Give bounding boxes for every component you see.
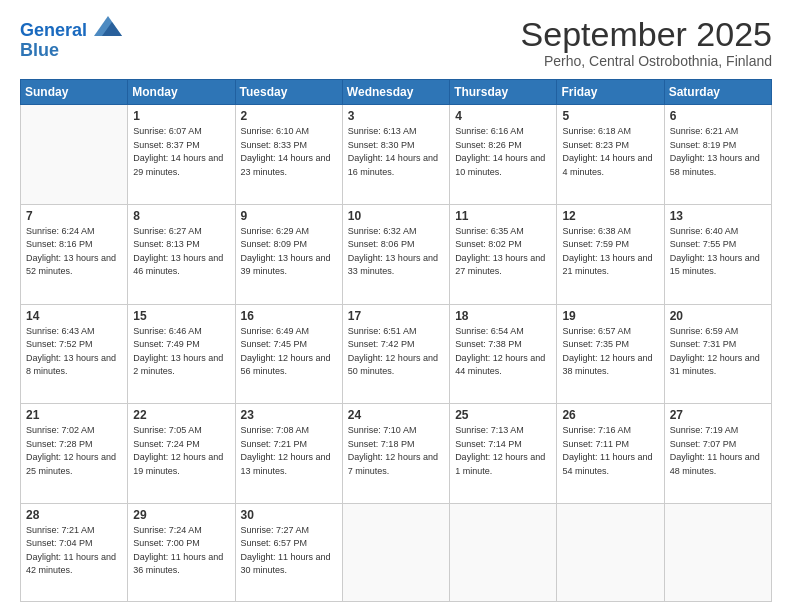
table-row: 24Sunrise: 7:10 AM Sunset: 7:18 PM Dayli… <box>342 404 449 504</box>
day-number: 14 <box>26 309 122 323</box>
table-row: 15Sunrise: 6:46 AM Sunset: 7:49 PM Dayli… <box>128 304 235 404</box>
day-number: 2 <box>241 109 337 123</box>
day-info: Sunrise: 6:59 AM Sunset: 7:31 PM Dayligh… <box>670 325 766 379</box>
col-thursday: Thursday <box>450 80 557 105</box>
day-number: 27 <box>670 408 766 422</box>
logo-text: General <box>20 20 122 41</box>
logo: General Blue <box>20 20 122 61</box>
table-row: 22Sunrise: 7:05 AM Sunset: 7:24 PM Dayli… <box>128 404 235 504</box>
page: General Blue September 2025 Perho, Centr… <box>0 0 792 612</box>
day-info: Sunrise: 6:32 AM Sunset: 8:06 PM Dayligh… <box>348 225 444 279</box>
table-row <box>450 503 557 601</box>
title-block: September 2025 Perho, Central Ostrobothn… <box>521 16 772 69</box>
day-info: Sunrise: 7:05 AM Sunset: 7:24 PM Dayligh… <box>133 424 229 478</box>
table-row: 19Sunrise: 6:57 AM Sunset: 7:35 PM Dayli… <box>557 304 664 404</box>
day-info: Sunrise: 6:13 AM Sunset: 8:30 PM Dayligh… <box>348 125 444 179</box>
col-sunday: Sunday <box>21 80 128 105</box>
table-row: 25Sunrise: 7:13 AM Sunset: 7:14 PM Dayli… <box>450 404 557 504</box>
table-row: 14Sunrise: 6:43 AM Sunset: 7:52 PM Dayli… <box>21 304 128 404</box>
logo-line1: General <box>20 20 87 40</box>
table-row: 12Sunrise: 6:38 AM Sunset: 7:59 PM Dayli… <box>557 204 664 304</box>
day-number: 28 <box>26 508 122 522</box>
table-row: 16Sunrise: 6:49 AM Sunset: 7:45 PM Dayli… <box>235 304 342 404</box>
col-friday: Friday <box>557 80 664 105</box>
day-number: 21 <box>26 408 122 422</box>
day-info: Sunrise: 7:24 AM Sunset: 7:00 PM Dayligh… <box>133 524 229 578</box>
table-row <box>342 503 449 601</box>
day-number: 25 <box>455 408 551 422</box>
day-number: 18 <box>455 309 551 323</box>
day-info: Sunrise: 6:38 AM Sunset: 7:59 PM Dayligh… <box>562 225 658 279</box>
day-number: 4 <box>455 109 551 123</box>
day-info: Sunrise: 7:27 AM Sunset: 6:57 PM Dayligh… <box>241 524 337 578</box>
logo-line2: Blue <box>20 41 122 61</box>
table-row: 30Sunrise: 7:27 AM Sunset: 6:57 PM Dayli… <box>235 503 342 601</box>
table-row: 1Sunrise: 6:07 AM Sunset: 8:37 PM Daylig… <box>128 105 235 205</box>
day-info: Sunrise: 6:16 AM Sunset: 8:26 PM Dayligh… <box>455 125 551 179</box>
day-number: 26 <box>562 408 658 422</box>
day-number: 3 <box>348 109 444 123</box>
col-saturday: Saturday <box>664 80 771 105</box>
table-row <box>21 105 128 205</box>
day-info: Sunrise: 7:10 AM Sunset: 7:18 PM Dayligh… <box>348 424 444 478</box>
day-number: 17 <box>348 309 444 323</box>
day-number: 16 <box>241 309 337 323</box>
day-number: 8 <box>133 209 229 223</box>
col-wednesday: Wednesday <box>342 80 449 105</box>
table-row: 29Sunrise: 7:24 AM Sunset: 7:00 PM Dayli… <box>128 503 235 601</box>
day-info: Sunrise: 6:24 AM Sunset: 8:16 PM Dayligh… <box>26 225 122 279</box>
day-number: 22 <box>133 408 229 422</box>
table-row <box>557 503 664 601</box>
day-info: Sunrise: 6:40 AM Sunset: 7:55 PM Dayligh… <box>670 225 766 279</box>
col-tuesday: Tuesday <box>235 80 342 105</box>
day-info: Sunrise: 7:21 AM Sunset: 7:04 PM Dayligh… <box>26 524 122 578</box>
day-info: Sunrise: 6:57 AM Sunset: 7:35 PM Dayligh… <box>562 325 658 379</box>
day-info: Sunrise: 6:35 AM Sunset: 8:02 PM Dayligh… <box>455 225 551 279</box>
table-row: 4Sunrise: 6:16 AM Sunset: 8:26 PM Daylig… <box>450 105 557 205</box>
day-info: Sunrise: 7:08 AM Sunset: 7:21 PM Dayligh… <box>241 424 337 478</box>
table-row: 20Sunrise: 6:59 AM Sunset: 7:31 PM Dayli… <box>664 304 771 404</box>
table-row: 6Sunrise: 6:21 AM Sunset: 8:19 PM Daylig… <box>664 105 771 205</box>
table-row: 2Sunrise: 6:10 AM Sunset: 8:33 PM Daylig… <box>235 105 342 205</box>
day-info: Sunrise: 6:10 AM Sunset: 8:33 PM Dayligh… <box>241 125 337 179</box>
day-number: 12 <box>562 209 658 223</box>
col-monday: Monday <box>128 80 235 105</box>
day-info: Sunrise: 6:43 AM Sunset: 7:52 PM Dayligh… <box>26 325 122 379</box>
table-row: 7Sunrise: 6:24 AM Sunset: 8:16 PM Daylig… <box>21 204 128 304</box>
logo-icon <box>94 16 122 36</box>
day-info: Sunrise: 6:18 AM Sunset: 8:23 PM Dayligh… <box>562 125 658 179</box>
day-info: Sunrise: 6:27 AM Sunset: 8:13 PM Dayligh… <box>133 225 229 279</box>
day-number: 10 <box>348 209 444 223</box>
table-row: 23Sunrise: 7:08 AM Sunset: 7:21 PM Dayli… <box>235 404 342 504</box>
table-row: 18Sunrise: 6:54 AM Sunset: 7:38 PM Dayli… <box>450 304 557 404</box>
table-row: 13Sunrise: 6:40 AM Sunset: 7:55 PM Dayli… <box>664 204 771 304</box>
table-row: 26Sunrise: 7:16 AM Sunset: 7:11 PM Dayli… <box>557 404 664 504</box>
calendar-table: Sunday Monday Tuesday Wednesday Thursday… <box>20 79 772 602</box>
day-info: Sunrise: 6:54 AM Sunset: 7:38 PM Dayligh… <box>455 325 551 379</box>
day-number: 5 <box>562 109 658 123</box>
table-row <box>664 503 771 601</box>
day-number: 7 <box>26 209 122 223</box>
day-info: Sunrise: 6:51 AM Sunset: 7:42 PM Dayligh… <box>348 325 444 379</box>
table-row: 21Sunrise: 7:02 AM Sunset: 7:28 PM Dayli… <box>21 404 128 504</box>
day-number: 23 <box>241 408 337 422</box>
table-row: 28Sunrise: 7:21 AM Sunset: 7:04 PM Dayli… <box>21 503 128 601</box>
month-title: September 2025 <box>521 16 772 53</box>
day-info: Sunrise: 7:13 AM Sunset: 7:14 PM Dayligh… <box>455 424 551 478</box>
day-info: Sunrise: 7:16 AM Sunset: 7:11 PM Dayligh… <box>562 424 658 478</box>
day-number: 24 <box>348 408 444 422</box>
day-number: 30 <box>241 508 337 522</box>
day-info: Sunrise: 6:49 AM Sunset: 7:45 PM Dayligh… <box>241 325 337 379</box>
day-number: 19 <box>562 309 658 323</box>
table-row: 3Sunrise: 6:13 AM Sunset: 8:30 PM Daylig… <box>342 105 449 205</box>
day-info: Sunrise: 6:46 AM Sunset: 7:49 PM Dayligh… <box>133 325 229 379</box>
table-row: 27Sunrise: 7:19 AM Sunset: 7:07 PM Dayli… <box>664 404 771 504</box>
day-number: 15 <box>133 309 229 323</box>
day-number: 13 <box>670 209 766 223</box>
calendar-header-row: Sunday Monday Tuesday Wednesday Thursday… <box>21 80 772 105</box>
day-number: 9 <box>241 209 337 223</box>
day-number: 20 <box>670 309 766 323</box>
day-number: 1 <box>133 109 229 123</box>
table-row: 5Sunrise: 6:18 AM Sunset: 8:23 PM Daylig… <box>557 105 664 205</box>
table-row: 8Sunrise: 6:27 AM Sunset: 8:13 PM Daylig… <box>128 204 235 304</box>
